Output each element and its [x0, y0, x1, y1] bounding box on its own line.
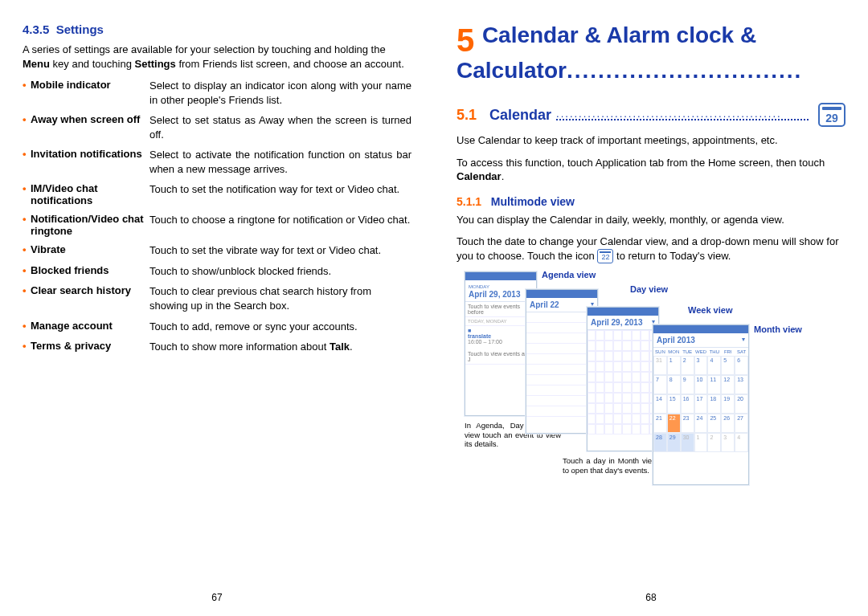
intro-paragraph: A series of settings are available for y…: [23, 43, 411, 71]
bullet: •: [23, 113, 31, 141]
settings-row: •IM/Video chat notificationsTouch to set…: [23, 182, 411, 206]
paragraph: You can display the Calendar in daily, w…: [457, 213, 845, 227]
settings-row: •Clear search historyTouch to clear prev…: [23, 284, 411, 312]
bullet: •: [23, 182, 31, 206]
label-agenda-view: Agenda view: [542, 270, 596, 279]
settings-desc: Touch to set the vibrate way for text or…: [149, 243, 411, 258]
page-left: 4.3.5 Settings A series of settings are …: [0, 0, 434, 616]
settings-desc: Touch to add, remove or sync your accoun…: [149, 320, 411, 334]
settings-desc: Touch to set the notification way for te…: [149, 182, 411, 206]
screenshot-week: April 29, 2013 ▾: [587, 307, 659, 451]
section-5-1-1-row: 5.1.1 Multimode view: [457, 195, 845, 208]
section-heading: 4.3.5 Settings: [23, 22, 411, 36]
section-number: 4.3.5: [23, 22, 49, 36]
settings-term: Terms & privacy: [31, 340, 149, 354]
settings-term: Away when screen off: [31, 113, 149, 141]
bullet: •: [23, 148, 31, 176]
caption-month: Touch a day in Month view to open that d…: [563, 456, 657, 475]
bullet: •: [23, 213, 31, 237]
section-5-1-1-title: Multimode view: [491, 195, 575, 208]
page-number: 68: [434, 592, 868, 603]
section-5-1-number: 5.1: [457, 107, 477, 124]
settings-desc: Touch to clear previous chat search hist…: [149, 284, 411, 312]
settings-row: •Invitation notificationsSelect to activ…: [23, 148, 411, 176]
bullet: •: [23, 320, 31, 334]
settings-desc: Select to activate the notification func…: [149, 148, 411, 176]
chapter-header: 5 Calendar & Alarm clock & Calculator...…: [457, 22, 845, 84]
settings-term: Mobile indicator: [31, 79, 149, 107]
page-right: 5 Calendar & Alarm clock & Calculator...…: [434, 0, 868, 616]
label-day-view: Day view: [630, 284, 668, 294]
label-week-view: Week view: [688, 305, 732, 315]
bullet: •: [23, 243, 31, 258]
settings-desc: Select to set status as Away when the sc…: [149, 113, 411, 141]
page-number: 67: [0, 592, 434, 603]
paragraph: Touch the date to change your Calendar v…: [457, 235, 845, 263]
settings-term: Vibrate: [31, 243, 149, 258]
bullet: •: [23, 264, 31, 279]
paragraph: Use Calendar to keep track of important …: [457, 133, 845, 148]
settings-desc: Touch to show/unblock blocked friends.: [149, 264, 411, 279]
section-5-1-1-number: 5.1.1: [457, 195, 481, 208]
settings-row: •Away when screen offSelect to set statu…: [23, 113, 411, 141]
settings-term: Manage account: [31, 320, 149, 334]
settings-term: Clear search history: [31, 284, 149, 312]
settings-row: •Notification/Video chat ringtoneTouch t…: [23, 213, 411, 237]
calendar-icon: 29: [818, 103, 845, 127]
section-dotted-fill: [556, 110, 809, 120]
bullet: •: [23, 79, 31, 107]
settings-row: •Mobile indicatorSelect to display an in…: [23, 79, 411, 107]
settings-row: •Blocked friendsTouch to show/unblock bl…: [23, 264, 411, 279]
settings-desc: Touch to choose a ringtone for notificat…: [149, 213, 411, 237]
section-title: Settings: [56, 22, 104, 36]
section-5-1-title: Calendar: [489, 107, 551, 124]
settings-term: Invitation notifications: [31, 148, 149, 176]
screenshot-month: April 2013 ▾ SUNMONTUEWEDTHUFRISAT 31123…: [653, 324, 749, 485]
chapter-title: Calendar & Alarm clock & Calculator.....…: [457, 22, 802, 83]
settings-desc: Touch to show more information about Tal…: [149, 340, 411, 354]
today-icon: 22: [597, 249, 613, 263]
label-month-view: Month view: [754, 324, 802, 334]
settings-row: •Terms & privacyTouch to show more infor…: [23, 340, 411, 354]
screenshot-stack: Agenda view Day view Week view Month vie…: [457, 271, 845, 504]
settings-row: •VibrateTouch to set the vibrate way for…: [23, 243, 411, 258]
settings-row: •Manage accountTouch to add, remove or s…: [23, 320, 411, 334]
paragraph: To access this function, touch Applicati…: [457, 156, 845, 184]
bullet: •: [23, 340, 31, 354]
settings-term: Notification/Video chat ringtone: [31, 213, 149, 237]
section-5-1-row: 5.1 Calendar 29: [457, 103, 845, 127]
settings-term: Blocked friends: [31, 264, 149, 279]
settings-list: •Mobile indicatorSelect to display an in…: [23, 79, 411, 354]
settings-desc: Select to display an indicator icon alon…: [149, 79, 411, 107]
chapter-number: 5: [457, 22, 474, 58]
bullet: •: [23, 284, 31, 312]
settings-term: IM/Video chat notifications: [31, 182, 149, 206]
